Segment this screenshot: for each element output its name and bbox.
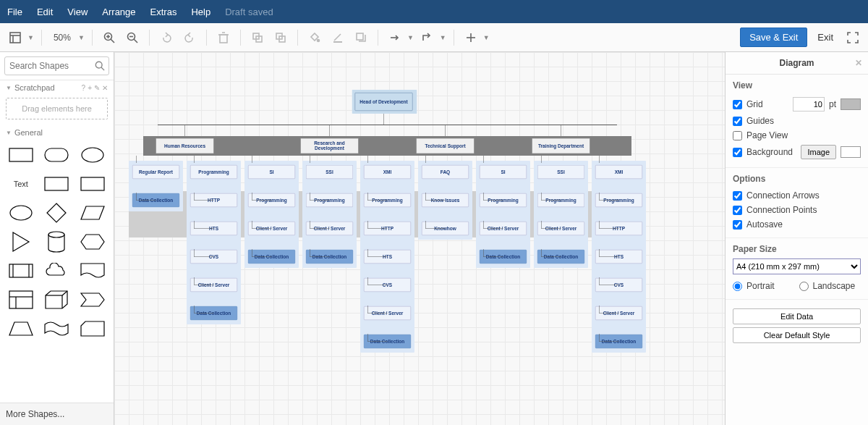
shape-cube[interactable] xyxy=(42,289,72,311)
grid-size-input[interactable] xyxy=(793,97,825,111)
fill-icon[interactable] xyxy=(305,28,324,47)
org-node[interactable]: Client / Server xyxy=(480,222,527,235)
menu-edit[interactable]: Edit xyxy=(37,7,53,17)
shape-rect3[interactable] xyxy=(77,173,108,195)
grid-color-swatch[interactable] xyxy=(841,98,861,110)
menu-file[interactable]: File xyxy=(7,7,22,17)
shape-cylinder[interactable] xyxy=(42,231,72,253)
shadow-icon[interactable] xyxy=(352,28,370,47)
conn-arrows-checkbox[interactable] xyxy=(733,191,742,201)
shape-trapezoid[interactable] xyxy=(6,318,36,340)
delete-icon[interactable] xyxy=(214,28,233,47)
canvas[interactable]: Head of Development Human Resources Rese… xyxy=(114,52,725,425)
portrait-radio[interactable] xyxy=(733,282,742,291)
org-node[interactable]: Data Collection xyxy=(364,334,411,348)
org-node[interactable]: Data Collection xyxy=(595,334,642,348)
menu-help[interactable]: Help xyxy=(191,7,210,17)
shape-rect2[interactable] xyxy=(42,173,72,195)
add-scratch-icon[interactable]: + xyxy=(88,84,92,92)
org-node[interactable]: HTTP xyxy=(364,222,411,235)
panel-close-icon[interactable]: ✕ xyxy=(855,58,862,68)
undo-icon[interactable] xyxy=(157,28,176,47)
layout-caret-icon[interactable]: ▼ xyxy=(27,34,34,41)
org-node[interactable]: Data Collection xyxy=(190,306,237,320)
org-node[interactable]: Data Collection xyxy=(132,193,179,207)
menu-arrange[interactable]: Arrange xyxy=(102,7,135,17)
org-node[interactable]: Programming xyxy=(306,193,353,207)
org-node[interactable]: Client / Server xyxy=(248,222,295,235)
org-node[interactable]: Programming xyxy=(248,193,295,207)
org-node[interactable]: CVS xyxy=(364,278,411,292)
shape-roundrect[interactable] xyxy=(42,144,72,166)
org-node[interactable]: Know Issues xyxy=(422,193,469,207)
scratchpad-header[interactable]: ▼ Scratchpad ? + ✎ ✕ xyxy=(0,80,114,95)
save-exit-button[interactable]: Save & Exit xyxy=(740,28,807,47)
edit-data-button[interactable]: Edit Data xyxy=(733,308,861,324)
zoom-in-icon[interactable] xyxy=(100,28,119,47)
more-shapes-button[interactable]: More Shapes... xyxy=(0,403,114,425)
org-node[interactable]: HTS xyxy=(190,222,237,235)
shape-text[interactable]: Text xyxy=(6,173,36,195)
menu-extras[interactable]: Extras xyxy=(150,7,177,17)
shape-step[interactable] xyxy=(77,289,108,311)
shape-triangle[interactable] xyxy=(6,231,36,253)
org-node[interactable]: Programming xyxy=(537,193,584,207)
add-caret-icon[interactable]: ▼ xyxy=(483,34,490,41)
org-node[interactable]: FAQ xyxy=(422,165,469,179)
shape-rect[interactable] xyxy=(6,144,36,166)
shape-parallelogram[interactable] xyxy=(77,202,108,224)
org-node[interactable]: Programming xyxy=(364,193,411,207)
line-color-icon[interactable] xyxy=(328,28,347,47)
shape-oval[interactable] xyxy=(6,202,36,224)
grid-checkbox[interactable] xyxy=(733,100,742,109)
org-node[interactable]: Client / Server xyxy=(364,306,411,320)
search-input[interactable] xyxy=(4,56,109,75)
guides-checkbox[interactable] xyxy=(733,117,742,126)
org-node[interactable]: Programming xyxy=(480,193,527,207)
shape-card[interactable] xyxy=(77,318,108,340)
edit-scratch-icon[interactable]: ✎ xyxy=(94,84,100,92)
shape-tape[interactable] xyxy=(42,318,72,340)
scratchpad-dropzone[interactable]: Drag elements here xyxy=(6,98,108,119)
org-node[interactable]: SSI xyxy=(537,165,584,179)
zoom-level[interactable]: 50% xyxy=(49,33,75,43)
org-node[interactable]: Regular Report xyxy=(132,165,179,179)
paper-size-select[interactable]: A4 (210 mm x 297 mm) xyxy=(733,258,861,274)
org-node[interactable]: HTTP xyxy=(595,222,642,235)
org-node[interactable]: HTTP xyxy=(190,193,237,207)
add-icon[interactable] xyxy=(461,28,480,47)
org-node[interactable]: Data Collection xyxy=(248,250,295,264)
org-node[interactable]: XMI xyxy=(364,165,411,179)
org-node[interactable]: CVS xyxy=(190,250,237,264)
to-back-icon[interactable] xyxy=(271,28,290,47)
org-node[interactable]: HTS xyxy=(364,250,411,264)
org-dept[interactable]: Training Department xyxy=(532,138,590,153)
shape-cloud[interactable] xyxy=(42,260,72,282)
shape-hexagon[interactable] xyxy=(77,231,108,253)
layout-icon[interactable] xyxy=(6,28,25,47)
clear-style-button[interactable]: Clear Default Style xyxy=(733,327,861,343)
shape-diamond[interactable] xyxy=(42,202,72,224)
waypoint-icon[interactable] xyxy=(418,28,437,47)
menu-view[interactable]: View xyxy=(67,7,88,17)
org-dept[interactable]: Technical Support xyxy=(417,138,475,153)
background-checkbox[interactable] xyxy=(733,148,742,157)
org-node[interactable]: Data Collection xyxy=(480,250,527,264)
autosave-checkbox[interactable] xyxy=(733,220,742,230)
org-node[interactable]: HTS xyxy=(595,250,642,264)
org-node[interactable]: SSI xyxy=(306,165,353,179)
shape-internal[interactable] xyxy=(6,289,36,311)
org-node[interactable]: Knowhow xyxy=(422,222,469,235)
zoom-out-icon[interactable] xyxy=(123,28,142,47)
org-node[interactable]: CVS xyxy=(595,278,642,292)
connection-icon[interactable] xyxy=(386,28,404,47)
to-front-icon[interactable] xyxy=(248,28,267,47)
org-node[interactable]: Client / Server xyxy=(537,222,584,235)
org-dept[interactable]: Research and Development xyxy=(301,138,359,153)
org-node[interactable]: Data Collection xyxy=(537,250,584,264)
org-node[interactable]: XMI xyxy=(595,165,642,179)
shape-process[interactable] xyxy=(6,260,36,282)
redo-icon[interactable] xyxy=(180,28,199,47)
org-node[interactable]: Data Collection xyxy=(306,250,353,264)
general-header[interactable]: ▼ General xyxy=(0,125,114,140)
